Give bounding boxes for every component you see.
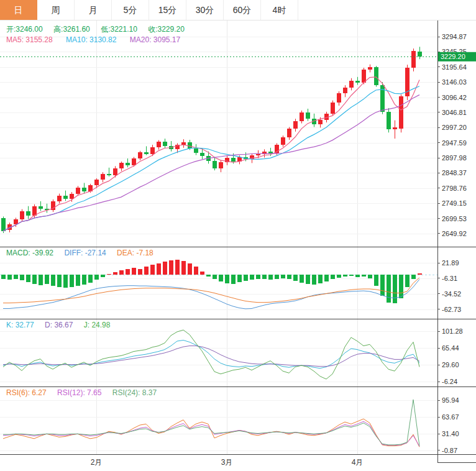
rsi24-line xyxy=(3,400,419,446)
tab-15min[interactable]: 15分 xyxy=(149,0,186,20)
macd-bar xyxy=(368,275,372,278)
x-axis-label: 2月 xyxy=(91,458,103,467)
macd-bar xyxy=(57,275,62,286)
candle-body xyxy=(355,81,360,83)
macd-bar xyxy=(181,261,186,275)
macd-bar xyxy=(244,275,248,281)
candle-body xyxy=(281,137,285,145)
macd-bar xyxy=(237,275,242,282)
dea-value: DEA: -7.18 xyxy=(117,249,153,257)
macd-bar xyxy=(362,275,366,277)
candle-body xyxy=(76,188,80,194)
macd-bar xyxy=(337,275,341,277)
macd-bar xyxy=(94,275,99,280)
macd-bar xyxy=(250,275,254,280)
candle-body xyxy=(343,88,347,94)
quote-low: 低:3221.10 xyxy=(101,25,137,34)
axis-tick-label: 95.94 xyxy=(442,396,459,404)
macd-bar xyxy=(163,262,167,275)
tab-30min[interactable]: 30分 xyxy=(186,0,224,20)
macd-bar xyxy=(343,275,347,277)
macd-bar xyxy=(39,275,43,285)
macd-bar xyxy=(219,275,223,281)
axis-tick-label: -6.24 xyxy=(442,378,457,385)
candle-body xyxy=(374,67,378,85)
macd-bar xyxy=(26,275,30,282)
tab-5min[interactable]: 5分 xyxy=(112,0,149,20)
macd-bar xyxy=(138,269,142,275)
macd-bar xyxy=(318,275,323,283)
macd-bar xyxy=(45,275,49,284)
ma10-line xyxy=(3,86,419,231)
axis-tick-label: 3294.87 xyxy=(442,33,467,40)
kline-chart-app: 日 周 月 5分 15分 30分 60分 4时 开:3246.00 高:3261… xyxy=(0,0,476,471)
candlesticks xyxy=(1,47,422,233)
candle-body xyxy=(300,112,304,121)
axis-tick-label: 65.44 xyxy=(442,344,459,352)
candle-body xyxy=(331,103,335,114)
tab-day[interactable]: 日 xyxy=(0,0,37,20)
candle-body xyxy=(150,147,155,154)
rsi24-value: RSI(24): 8.37 xyxy=(112,388,157,397)
macd-bar xyxy=(157,263,161,275)
candle-body xyxy=(157,142,161,147)
macd-bar xyxy=(281,275,285,278)
macd-bar xyxy=(113,272,117,275)
macd-bar xyxy=(231,275,236,283)
macd-bar xyxy=(126,269,130,275)
macd-bar xyxy=(70,275,74,286)
axis-tick-label: 63.67 xyxy=(442,413,459,421)
candle-body xyxy=(119,163,124,168)
macd-bar xyxy=(76,275,80,286)
candle-body xyxy=(219,162,223,168)
candle-body xyxy=(113,168,117,175)
macd-bar xyxy=(256,275,260,279)
axis-tick-label: 2749.15 xyxy=(442,199,467,207)
macd-bar xyxy=(107,274,111,275)
candle-body xyxy=(293,121,298,129)
macd-bar xyxy=(393,275,397,303)
candle-body xyxy=(324,114,329,120)
ma10-value: MA10: 3130.82 xyxy=(66,35,116,44)
macd-bar xyxy=(387,275,391,302)
tab-week[interactable]: 周 xyxy=(37,0,75,20)
candle-body xyxy=(101,174,105,180)
x-axis-label: 4月 xyxy=(352,458,364,467)
candle-body xyxy=(181,142,186,144)
rsi6-value: RSI(6): 6.27 xyxy=(6,388,47,397)
macd-bar xyxy=(169,260,173,275)
macd-bar xyxy=(51,275,55,286)
macd-bar xyxy=(175,260,180,275)
macd-bar xyxy=(188,263,192,275)
candle-body xyxy=(411,51,416,68)
candle-body xyxy=(318,120,323,124)
macd-bar xyxy=(7,275,12,280)
macd-bar xyxy=(355,275,360,277)
tab-month[interactable]: 月 xyxy=(75,0,112,20)
candle-body xyxy=(132,158,136,165)
candle-body xyxy=(337,93,341,103)
kdj-legend-row: K: 32.77 D: 36.67 J: 24.98 xyxy=(6,321,119,329)
candle-body xyxy=(26,211,30,216)
macd-bar xyxy=(262,275,267,278)
macd-bar xyxy=(418,273,422,275)
macd-value: MACD: -39.92 xyxy=(6,249,53,257)
macd-bar xyxy=(411,275,416,279)
macd-bar xyxy=(287,275,291,279)
axis-tick-label: 21.89 xyxy=(442,259,459,267)
candle-body xyxy=(200,153,204,156)
axis-tick-label: -62.73 xyxy=(442,306,461,313)
tab-4hour[interactable]: 4时 xyxy=(261,0,298,20)
candle-body xyxy=(368,67,372,70)
macd-legend-row: MACD: -39.92 DIFF: -27.14 DEA: -7.18 xyxy=(6,249,162,257)
candle-body xyxy=(418,52,422,57)
axis-tick-label: -34.52 xyxy=(442,290,461,298)
tab-60min[interactable]: 60分 xyxy=(224,0,261,20)
candle-body xyxy=(213,161,217,168)
rsi6-line xyxy=(3,419,419,447)
candle-body xyxy=(138,152,142,158)
macd-bar xyxy=(268,275,273,280)
candle-body xyxy=(57,196,62,201)
macd-bar xyxy=(194,267,198,275)
chart-canvas[interactable]: 3294.873245.253195.643146.033096.423046.… xyxy=(0,0,476,471)
